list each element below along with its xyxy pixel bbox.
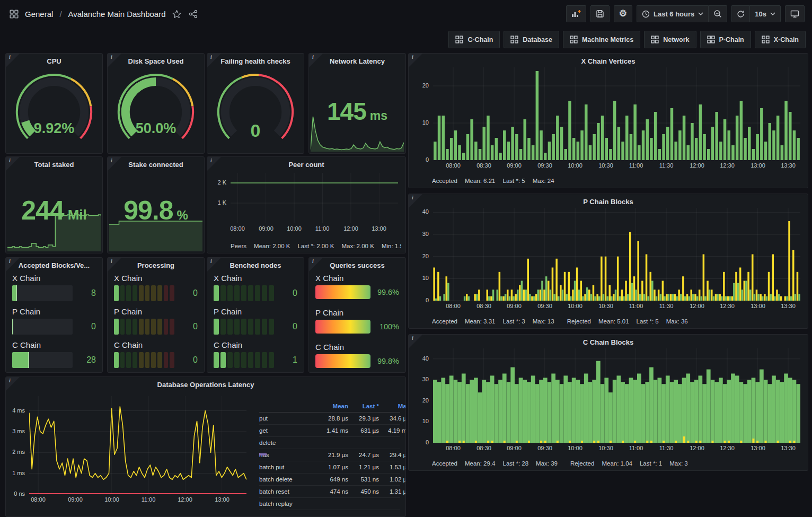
panel-info-icon[interactable]: i bbox=[6, 54, 20, 67]
table-header: MeanLast *Max bbox=[259, 400, 400, 413]
panel-info-icon[interactable]: i bbox=[309, 258, 323, 271]
legend-stat: Last *: 3 bbox=[503, 318, 525, 325]
panel-info-icon[interactable]: i bbox=[207, 157, 221, 171]
legend-stat: Last *: 28 bbox=[503, 460, 529, 467]
refresh-icon bbox=[737, 10, 745, 18]
settings-gear-icon: ⚙ bbox=[619, 10, 627, 18]
health-gauge: 0 bbox=[211, 67, 299, 150]
dashboard-link-icon bbox=[570, 36, 578, 43]
panel-disk-space: i Disk Space Used 50.0% bbox=[107, 53, 205, 154]
panel-title[interactable]: Disk Space Used bbox=[108, 57, 204, 66]
panel-title[interactable]: Network Latency bbox=[309, 57, 405, 66]
panel-info-icon[interactable]: i bbox=[409, 335, 422, 348]
submenu-link-network[interactable]: Network bbox=[644, 31, 696, 48]
legend-stat: Mean: 29.4 bbox=[465, 460, 496, 467]
zoom-out-button[interactable] bbox=[708, 5, 727, 22]
panel-title[interactable]: CPU bbox=[6, 57, 102, 66]
panel-c-chain-blocks: i C Chain Blocks 01020304008:0008:3009:0… bbox=[408, 334, 808, 471]
panel-info-icon[interactable]: i bbox=[108, 54, 121, 67]
submenu-link-machine-metrics[interactable]: Machine Metrics bbox=[563, 31, 640, 48]
panel-processing: i Processing X Chain 0 P Chain 0 C Chain… bbox=[107, 257, 205, 373]
panel-p-chain-blocks: i P Chain Blocks 01020304008:0008:3009:0… bbox=[408, 194, 808, 329]
legend-item[interactable]: Peers Mean: 2.00 KLast *: 2.00 KMax: 2.0… bbox=[231, 243, 401, 249]
breadcrumb-separator: / bbox=[59, 10, 61, 19]
legend-item[interactable]: Accepted Mean: 3.31Last *: 3Max: 13 bbox=[432, 318, 562, 325]
legend-color-dash bbox=[259, 453, 267, 455]
accepted-blocks-bars: X Chain 8 P Chain 0 C Chain 28 bbox=[12, 274, 96, 368]
gradient-value: 100% bbox=[376, 322, 399, 331]
panel-title[interactable]: C Chain Blocks bbox=[409, 338, 808, 347]
x-chain-vertices-legend: Accepted Mean: 6.21Last *: 5Max: 24 bbox=[432, 178, 804, 184]
dashboard-link-icon bbox=[707, 36, 715, 43]
panel-title[interactable]: Processing bbox=[108, 261, 204, 270]
panel-x-chain-vertices: i X Chain Vertices 0102008:0008:3009:000… bbox=[408, 53, 808, 188]
dashboard-link-icon bbox=[762, 36, 770, 43]
panel-title[interactable]: Database Operations Latency bbox=[6, 380, 405, 389]
breadcrumb: General / Avalanche Main Dashboard bbox=[8, 8, 199, 20]
panel-info-icon[interactable]: i bbox=[309, 54, 323, 67]
panel-info-icon[interactable]: i bbox=[6, 157, 20, 171]
legend-item[interactable]: Rejected Mean: 5.01Last *: 5Max: 36 bbox=[567, 318, 695, 325]
legend-item[interactable]: Accepted Mean: 6.21Last *: 5Max: 24 bbox=[432, 178, 562, 184]
breadcrumb-section[interactable]: General bbox=[25, 10, 53, 19]
refresh-interval-dropdown[interactable]: 10s bbox=[749, 5, 781, 22]
kiosk-mode-button[interactable] bbox=[785, 5, 805, 22]
legend-stat: Max: 39 bbox=[536, 460, 558, 467]
star-button[interactable] bbox=[171, 8, 182, 20]
panel-title[interactable]: Stake connected bbox=[108, 160, 204, 169]
benched-nodes-lcd-bars: X Chain 0 P Chain 0 C Chain 1 bbox=[214, 274, 297, 368]
panel-info-icon[interactable]: i bbox=[409, 54, 422, 67]
panel-info-icon[interactable]: i bbox=[108, 258, 121, 271]
panel-info-icon[interactable]: i bbox=[409, 194, 422, 208]
panel-title[interactable]: X Chain Vertices bbox=[409, 57, 808, 66]
table-row: get 1.41 ms 631 µs 4.19 ms bbox=[259, 425, 400, 437]
dashboard-settings-button[interactable]: ⚙ bbox=[614, 5, 632, 22]
panel-peer-count: i Peer count 1 K2 K08:0009:0010:0011:001… bbox=[207, 156, 406, 253]
legend-stat: Max: 24 bbox=[533, 178, 554, 184]
dashboard-link-icon bbox=[510, 36, 518, 43]
submenu-link-p-chain[interactable]: P-Chain bbox=[700, 31, 751, 48]
panel-title[interactable]: Accepted Blocks/Ve... bbox=[6, 261, 102, 270]
legend-item[interactable]: Rejected Mean: 1.04Last *: 1Max: 3 bbox=[570, 460, 695, 467]
panel-title[interactable]: Benched nodes bbox=[207, 261, 304, 270]
legend-item[interactable]: Accepted Mean: 29.4Last *: 28Max: 39 bbox=[432, 460, 565, 467]
stake-connected-value: 99.8% bbox=[108, 195, 204, 226]
db-latency-legend-table: MeanLast *Max put 28.8 µs 29.3 µs 34.6 µ… bbox=[259, 400, 400, 510]
save-dashboard-button[interactable] bbox=[590, 5, 610, 22]
lcd-value: 1 bbox=[279, 355, 297, 365]
lcd-value: 0 bbox=[279, 288, 297, 298]
panel-title[interactable]: Failing health checks bbox=[207, 57, 304, 66]
add-panel-button[interactable] bbox=[566, 5, 586, 22]
panel-info-icon[interactable]: i bbox=[207, 258, 221, 271]
share-icon[interactable] bbox=[188, 8, 199, 20]
panel-title[interactable]: P Chain Blocks bbox=[409, 197, 808, 206]
submenu-link-database[interactable]: Database bbox=[504, 31, 559, 48]
submenu-link-c-chain[interactable]: C-Chain bbox=[448, 31, 500, 48]
legend-stat: Mean: 1.04 bbox=[602, 460, 632, 467]
panel-title[interactable]: Total staked bbox=[6, 160, 102, 169]
dashboard-link-icon bbox=[651, 36, 659, 43]
lcd-row: C Chain 1 bbox=[214, 340, 297, 368]
panel-title[interactable]: Peer count bbox=[207, 160, 405, 169]
panel-info-icon[interactable]: i bbox=[6, 258, 20, 271]
c-chain-blocks-legend: Accepted Mean: 29.4Last *: 28Max: 39 Rej… bbox=[432, 460, 804, 467]
panel-info-icon[interactable]: i bbox=[6, 377, 20, 391]
p-chain-blocks-chart: 01020304008:0008:3009:0009:3010:0010:301… bbox=[413, 208, 802, 311]
time-range-picker[interactable]: Last 6 hours bbox=[637, 5, 708, 22]
refresh-button[interactable] bbox=[731, 5, 749, 22]
gradient-row: X Chain 99.6% bbox=[315, 274, 399, 299]
panel-accepted-blocks: i Accepted Blocks/Ve... X Chain 8 P Chai… bbox=[5, 257, 103, 373]
panel-title[interactable]: Queries success bbox=[309, 261, 405, 270]
panel-info-icon[interactable]: i bbox=[207, 54, 221, 67]
x-chain-vertices-chart: 0102008:0008:3009:0009:3010:0010:3011:00… bbox=[413, 67, 802, 171]
latency-value: 145ms bbox=[309, 97, 405, 126]
submenu-link-x-chain[interactable]: X-Chain bbox=[755, 31, 806, 48]
breadcrumb-dashboard-title[interactable]: Avalanche Main Dashboard bbox=[68, 10, 166, 19]
table-row: delete bbox=[259, 437, 400, 449]
table-row: batch replay bbox=[259, 498, 400, 510]
time-range-label: Last 6 hours bbox=[654, 10, 694, 18]
dashboards-grid-icon bbox=[8, 8, 20, 20]
bargauge-value: 8 bbox=[78, 288, 96, 298]
panel-info-icon[interactable]: i bbox=[108, 157, 121, 171]
legend-stat: Mean: 5.01 bbox=[598, 318, 629, 325]
